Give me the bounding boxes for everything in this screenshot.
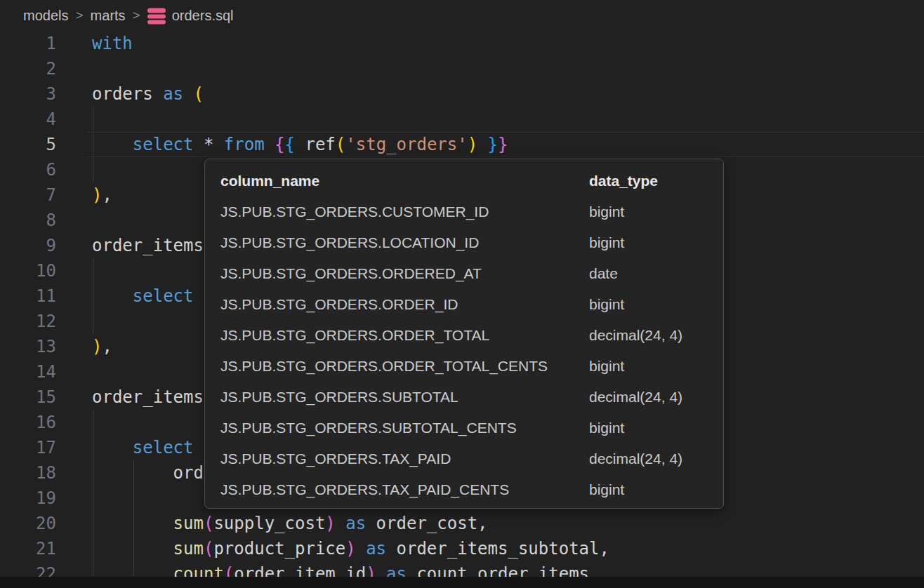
line-number: 13: [0, 334, 56, 359]
token-b2: (: [204, 514, 213, 533]
token-b3: {: [285, 135, 295, 154]
popup-cell-data-type: bigint: [589, 358, 708, 375]
popup-column-row: JS.PUB.STG_ORDERS.TAX_PAID_CENTSbigint: [205, 474, 723, 505]
popup-header-data-type: data_type: [589, 173, 708, 189]
token-id: [295, 135, 305, 154]
popup-column-row: JS.PUB.STG_ORDERS.TAX_PAIDdecimal(24, 4): [205, 443, 723, 474]
code-line-text: ord: [92, 460, 204, 486]
code-line-text: order_items: [92, 385, 204, 410]
code-line-text: order_items: [92, 233, 204, 258]
breadcrumb-item-marts[interactable]: marts: [91, 8, 126, 24]
token-b1: (: [194, 84, 204, 104]
token-id: [265, 135, 275, 154]
token-id: [213, 135, 223, 154]
line-number: 14: [0, 359, 56, 385]
code-line-text: with: [92, 31, 133, 56]
popup-cell-column-name: JS.PUB.STG_ORDERS.TAX_PAID: [220, 450, 589, 467]
popup-column-row: JS.PUB.STG_ORDERS.LOCATION_IDbigint: [205, 227, 723, 258]
line-number: 4: [0, 107, 56, 132]
breadcrumb-label: models: [23, 8, 68, 24]
line-number: 7: [0, 182, 56, 208]
code-line[interactable]: 5 select * from {{ ref('stg_orders') }}: [0, 132, 924, 157]
code-line[interactable]: 1with: [0, 31, 924, 56]
indent-guide: [93, 157, 93, 182]
token-id: *: [204, 135, 213, 154]
bottom-panel-strip: [0, 577, 924, 588]
line-number: 5: [0, 132, 56, 157]
token-str: 'stg_orders': [345, 135, 467, 154]
popup-column-row: JS.PUB.STG_ORDERS.SUBTOTAL_CENTSbigint: [205, 413, 723, 443]
code-line-text: select: [92, 435, 194, 460]
popup-cell-column-name: JS.PUB.STG_ORDERS.SUBTOTAL: [220, 389, 589, 406]
token-b1: ): [92, 185, 102, 205]
code-line[interactable]: 20 sum(supply_cost) as order_cost,: [0, 511, 924, 536]
popup-header-column-name: column_name: [220, 173, 589, 189]
token-id: [194, 135, 204, 154]
code-line[interactable]: 4: [0, 107, 924, 132]
code-line-text: ),: [92, 182, 112, 208]
token-b2: {: [275, 135, 284, 154]
line-number: 19: [0, 486, 56, 511]
breadcrumb-label: orders.sql: [172, 8, 234, 24]
token-b3: }: [488, 135, 498, 154]
popup-cell-column-name: JS.PUB.STG_ORDERS.ORDER_TOTAL: [220, 327, 589, 344]
breadcrumb-item-orders-sql[interactable]: orders.sql: [147, 7, 234, 25]
token-id: orders: [92, 84, 163, 104]
token-b2: ): [345, 539, 355, 559]
token-b1: ): [468, 135, 477, 154]
line-number: 6: [0, 157, 56, 182]
popup-header-row: column_namedata_type: [205, 166, 723, 196]
code-line[interactable]: 21 sum(product_price) as order_items_sub…: [0, 536, 924, 561]
breadcrumb-item-models[interactable]: models: [23, 8, 68, 24]
breadcrumb-separator: >: [75, 8, 83, 23]
line-number: 12: [0, 309, 56, 334]
popup-cell-data-type: bigint: [589, 203, 708, 220]
line-number: 9: [0, 233, 56, 258]
code-line-text: ),: [92, 334, 112, 359]
indent-guide: [93, 309, 93, 334]
line-number: 1: [0, 31, 56, 56]
code-line[interactable]: 3orders as (: [0, 81, 924, 107]
indent-guide: [93, 258, 93, 283]
popup-column-row: JS.PUB.STG_ORDERS.ORDER_IDbigint: [205, 289, 723, 320]
breadcrumb-separator: >: [133, 8, 140, 23]
indent-guide: [93, 107, 93, 132]
token-kw: with: [92, 34, 133, 53]
token-id: [477, 135, 487, 154]
popup-cell-data-type: date: [589, 265, 708, 282]
code-line-text: select * from {{ ref('stg_orders') }}: [92, 132, 508, 157]
line-number: 8: [0, 208, 56, 233]
token-kw: as: [345, 514, 366, 533]
popup-cell-data-type: decimal(24, 4): [589, 327, 708, 344]
token-b2: (: [204, 539, 213, 559]
token-id: product_price: [213, 539, 345, 559]
line-number: 16: [0, 410, 56, 435]
popup-column-row: JS.PUB.STG_ORDERS.CUSTOMER_IDbigint: [205, 196, 723, 227]
indent-guide: [93, 486, 93, 511]
token-id: ,: [102, 337, 112, 356]
popup-cell-column-name: JS.PUB.STG_ORDERS.ORDER_ID: [220, 296, 589, 313]
token-id: order_cost,: [366, 514, 487, 533]
token-kw: select: [133, 135, 194, 154]
line-number: 11: [0, 283, 56, 309]
line-number: 20: [0, 511, 56, 536]
token-kw: as: [366, 539, 386, 559]
code-line-text: sum(product_price) as order_items_subtot…: [92, 536, 609, 561]
popup-cell-data-type: bigint: [589, 296, 708, 313]
line-number: 10: [0, 258, 56, 283]
line-number: 2: [0, 56, 56, 81]
token-id: [92, 539, 173, 559]
code-line[interactable]: 2: [0, 56, 924, 81]
token-kw: select: [133, 286, 194, 306]
hover-popup-column-table: column_namedata_typeJS.PUB.STG_ORDERS.CU…: [204, 159, 724, 509]
line-number: 3: [0, 81, 56, 107]
token-kw: as: [163, 84, 193, 104]
token-b2: }: [498, 135, 508, 154]
line-number: 17: [0, 435, 56, 460]
line-number: 18: [0, 460, 56, 486]
code-line-text: orders as (: [92, 81, 204, 107]
token-id: [92, 514, 173, 533]
popup-cell-column-name: JS.PUB.STG_ORDERS.ORDER_TOTAL_CENTS: [220, 358, 589, 375]
popup-cell-column-name: JS.PUB.STG_ORDERS.SUBTOTAL_CENTS: [220, 420, 589, 436]
database-icon: [147, 7, 166, 25]
